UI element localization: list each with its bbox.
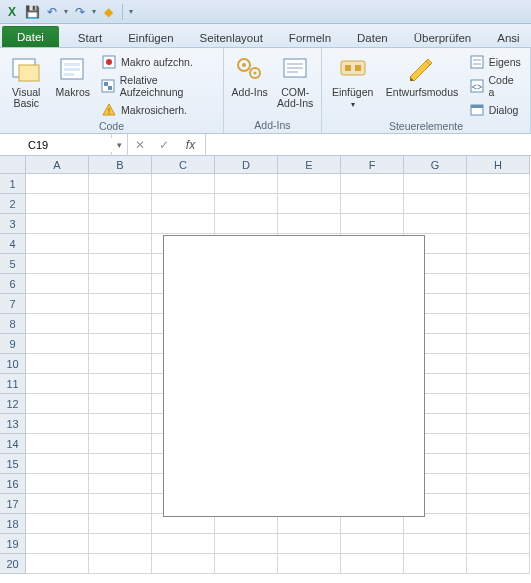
cell[interactable]	[467, 374, 530, 394]
cell[interactable]	[26, 494, 89, 514]
column-header[interactable]: C	[152, 156, 215, 174]
cell[interactable]	[467, 474, 530, 494]
cell[interactable]	[404, 174, 467, 194]
formula-input[interactable]	[206, 134, 531, 155]
visual-basic-button[interactable]: Visual Basic	[6, 53, 47, 109]
column-header[interactable]: A	[26, 156, 89, 174]
cell[interactable]	[467, 514, 530, 534]
cell[interactable]	[89, 174, 152, 194]
cell[interactable]	[26, 214, 89, 234]
row-header[interactable]: 17	[0, 494, 26, 514]
custom-qat-icon[interactable]: ◆	[100, 4, 116, 20]
row-header[interactable]: 5	[0, 254, 26, 274]
name-box-dropdown-icon[interactable]: ▾	[112, 134, 128, 155]
cell[interactable]	[341, 214, 404, 234]
tab-seitenlayout[interactable]: Seitenlayout	[187, 27, 276, 47]
cell[interactable]	[26, 354, 89, 374]
einfuegen-button[interactable]: Einfügen▾	[328, 53, 378, 109]
undo-dropdown-icon[interactable]: ▾	[64, 7, 68, 16]
dialog-ausfuehren-button[interactable]: Dialog	[467, 101, 524, 119]
addins-button[interactable]: Add-Ins	[230, 53, 270, 98]
com-addins-button[interactable]: COM- Add-Ins	[275, 53, 315, 109]
cell[interactable]	[467, 254, 530, 274]
insert-function-button[interactable]: fx	[176, 134, 206, 155]
row-header[interactable]: 9	[0, 334, 26, 354]
cell[interactable]	[467, 554, 530, 574]
cell[interactable]	[26, 234, 89, 254]
cell[interactable]	[89, 294, 152, 314]
inserted-shape-rectangle[interactable]	[163, 235, 425, 517]
row-header[interactable]: 19	[0, 534, 26, 554]
cell[interactable]	[152, 174, 215, 194]
cell[interactable]	[278, 174, 341, 194]
row-header[interactable]: 10	[0, 354, 26, 374]
cell[interactable]	[404, 194, 467, 214]
cell[interactable]	[89, 274, 152, 294]
row-header[interactable]: 1	[0, 174, 26, 194]
cell[interactable]	[404, 534, 467, 554]
cell[interactable]	[26, 274, 89, 294]
cell[interactable]	[467, 454, 530, 474]
select-all-corner[interactable]	[0, 156, 26, 174]
cell[interactable]	[341, 534, 404, 554]
cell[interactable]	[341, 514, 404, 534]
cell[interactable]	[467, 494, 530, 514]
cell[interactable]	[278, 194, 341, 214]
row-header[interactable]: 20	[0, 554, 26, 574]
cell[interactable]	[26, 514, 89, 534]
row-header[interactable]: 12	[0, 394, 26, 414]
cell[interactable]	[467, 354, 530, 374]
cell[interactable]	[152, 194, 215, 214]
column-header[interactable]: F	[341, 156, 404, 174]
cell[interactable]	[467, 274, 530, 294]
row-header[interactable]: 11	[0, 374, 26, 394]
cell[interactable]	[89, 434, 152, 454]
cancel-formula-button[interactable]: ✕	[128, 134, 152, 155]
cell[interactable]	[89, 234, 152, 254]
cell[interactable]	[404, 514, 467, 534]
cell[interactable]	[152, 514, 215, 534]
cell[interactable]	[467, 294, 530, 314]
enter-formula-button[interactable]: ✓	[152, 134, 176, 155]
entwurfsmodus-button[interactable]: Entwurfsmodus	[383, 53, 460, 98]
cell[interactable]	[215, 514, 278, 534]
row-header[interactable]: 3	[0, 214, 26, 234]
cell[interactable]	[26, 194, 89, 214]
cell[interactable]	[26, 474, 89, 494]
code-anzeigen-button[interactable]: <> Code a	[467, 73, 524, 99]
cell[interactable]	[215, 174, 278, 194]
cell[interactable]	[26, 334, 89, 354]
cell[interactable]	[341, 194, 404, 214]
tab-daten[interactable]: Daten	[344, 27, 401, 47]
tab-einfuegen[interactable]: Einfügen	[115, 27, 186, 47]
cell[interactable]	[26, 314, 89, 334]
makro-aufzeichnen-button[interactable]: Makro aufzchn.	[99, 53, 217, 71]
cell[interactable]	[467, 194, 530, 214]
qat-customize-dropdown-icon[interactable]: ▾	[129, 7, 133, 16]
makros-button[interactable]: Makros	[53, 53, 94, 98]
cell[interactable]	[467, 394, 530, 414]
cell[interactable]	[467, 214, 530, 234]
cell[interactable]	[26, 414, 89, 434]
cell[interactable]	[26, 374, 89, 394]
cell[interactable]	[404, 214, 467, 234]
column-header[interactable]: D	[215, 156, 278, 174]
row-header[interactable]: 8	[0, 314, 26, 334]
tab-file[interactable]: Datei	[2, 26, 59, 47]
cell[interactable]	[278, 514, 341, 534]
tab-start[interactable]: Start	[65, 27, 115, 47]
row-header[interactable]: 16	[0, 474, 26, 494]
cell[interactable]	[89, 494, 152, 514]
cell[interactable]	[26, 294, 89, 314]
row-header[interactable]: 2	[0, 194, 26, 214]
cell[interactable]	[89, 354, 152, 374]
cell[interactable]	[26, 434, 89, 454]
cell[interactable]	[89, 394, 152, 414]
cell[interactable]	[89, 214, 152, 234]
cell[interactable]	[215, 214, 278, 234]
redo-dropdown-icon[interactable]: ▾	[92, 7, 96, 16]
row-header[interactable]: 18	[0, 514, 26, 534]
cell[interactable]	[26, 174, 89, 194]
tab-formeln[interactable]: Formeln	[276, 27, 344, 47]
cell[interactable]	[26, 394, 89, 414]
